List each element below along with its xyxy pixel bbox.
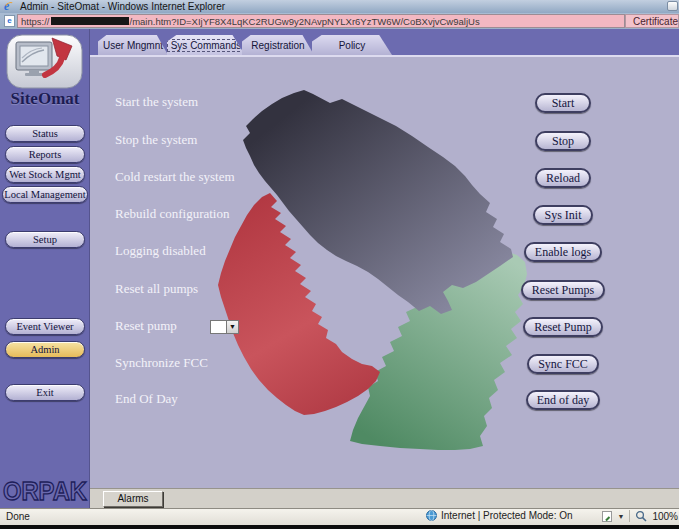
magnifier-icon	[635, 510, 647, 522]
page-icon: e	[4, 15, 15, 27]
sidebar-item-setup[interactable]: Setup	[5, 231, 85, 248]
start-button[interactable]: Start	[535, 93, 591, 113]
siteomat-logo-text: SiteOmat	[0, 89, 90, 109]
map-graphic	[90, 57, 679, 488]
tab-registration[interactable]: Registration	[242, 35, 314, 55]
command-row: Rebuild configuration Sys Init	[90, 204, 679, 226]
orpak-logo: ORPAK	[0, 476, 90, 508]
command-label: Cold restart the system	[115, 169, 235, 185]
end-of-day-button[interactable]: End of day	[526, 390, 601, 410]
url-redacted-host	[51, 17, 129, 25]
sidebar-item-reports[interactable]: Reports	[5, 146, 85, 163]
command-row: Reset all pumps Reset Pumps	[90, 279, 679, 301]
sidebar-item-status[interactable]: Status	[5, 125, 85, 142]
tab-bar: User Mngmnt Sys Commands Registration Po…	[90, 29, 679, 57]
sidebar-item-local-management[interactable]: Local Management	[2, 186, 88, 203]
tab-user-mngmnt[interactable]: User Mngmnt	[98, 35, 168, 55]
screen-edge	[0, 525, 679, 529]
certificate-error-label: Certificate Er	[633, 16, 679, 27]
reset-pumps-button[interactable]: Reset Pumps	[521, 280, 605, 300]
enable-logs-button[interactable]: Enable logs	[524, 242, 602, 262]
ie-logo-icon: e	[4, 1, 17, 13]
command-row: Stop the system Stop	[90, 130, 679, 152]
command-row: Start the system Start	[90, 92, 679, 114]
reset-pump-select[interactable]: ▼	[210, 320, 239, 334]
command-label: Stop the system	[115, 132, 197, 148]
globe-icon	[426, 510, 437, 521]
sys-init-button[interactable]: Sys Init	[533, 205, 592, 225]
command-row: Synchronize FCC Sync FCC	[90, 353, 679, 375]
url-protocol: https://	[21, 16, 50, 27]
url-path: /main.htm?ID=XIjYF8X4LqKC2RUGw9y2NAvpNYL…	[130, 16, 480, 27]
sidebar: SiteOmat Status Reports Wet Stock Mgmt L…	[0, 29, 90, 508]
command-label: Start the system	[115, 94, 198, 110]
command-row: Cold restart the system Reload	[90, 167, 679, 189]
command-label: Logging disabled	[115, 243, 206, 259]
alarms-button[interactable]: Alarms	[103, 491, 163, 507]
url-field[interactable]: https:// /main.htm?ID=XIjYF8X4LqKC2RUGw9…	[17, 14, 625, 28]
page-options-icon	[602, 511, 612, 522]
security-zone-label: Internet | Protected Mode: On	[441, 510, 573, 521]
status-bar: Done Internet | Protected Mode: On ▼ 100…	[0, 508, 679, 525]
command-row: Logging disabled Enable logs	[90, 241, 679, 263]
sidebar-item-admin[interactable]: Admin	[5, 341, 85, 358]
minimize-button[interactable]	[667, 1, 678, 11]
command-label: Reset all pumps	[115, 281, 198, 297]
chevron-down-icon[interactable]: ▼	[617, 513, 624, 520]
tab-sys-commands[interactable]: Sys Commands	[167, 35, 245, 55]
command-label: Rebuild configuration	[115, 206, 229, 222]
browser-window: e Admin - SiteOmat - Windows Internet Ex…	[0, 0, 679, 529]
command-label: End Of Day	[115, 391, 178, 407]
certificate-error-badge[interactable]: Certificate Er	[625, 14, 679, 28]
siteomat-logo	[6, 34, 83, 89]
separator	[629, 510, 630, 522]
address-bar: e https:// /main.htm?ID=XIjYF8X4LqKC2RUG…	[0, 13, 679, 29]
sys-commands-panel: Start the system Start Stop the system S…	[90, 57, 679, 488]
window-titlebar: e Admin - SiteOmat - Windows Internet Ex…	[0, 0, 679, 13]
command-label: Synchronize FCC	[115, 355, 208, 371]
zoom-level[interactable]: 100%	[652, 511, 678, 522]
command-row: End Of Day End of day	[90, 389, 679, 411]
reset-pump-select-value	[210, 320, 226, 334]
sidebar-item-exit[interactable]: Exit	[5, 384, 85, 401]
status-controls: ▼ 100%	[602, 510, 678, 522]
tab-policy[interactable]: Policy	[312, 35, 392, 55]
security-zone: Internet | Protected Mode: On	[426, 510, 573, 521]
command-row: Reset pump ▼ Reset Pump	[90, 316, 679, 338]
reset-pump-button[interactable]: Reset Pump	[523, 317, 603, 337]
sync-fcc-button[interactable]: Sync FCC	[527, 354, 599, 374]
command-label: Reset pump	[115, 318, 177, 334]
window-title: Admin - SiteOmat - Windows Internet Expl…	[20, 1, 225, 12]
footer-strip: Alarms	[90, 488, 679, 508]
sidebar-item-wet-stock-mgmt[interactable]: Wet Stock Mgmt	[5, 166, 85, 183]
sidebar-item-event-viewer[interactable]: Event Viewer	[5, 318, 85, 335]
status-text: Done	[6, 511, 30, 522]
reload-button[interactable]: Reload	[535, 168, 591, 188]
web-page: SiteOmat Status Reports Wet Stock Mgmt L…	[0, 29, 679, 508]
dropdown-arrow-icon: ▼	[226, 320, 239, 334]
svg-text:ORPAK: ORPAK	[3, 477, 87, 505]
stop-button[interactable]: Stop	[535, 131, 591, 151]
